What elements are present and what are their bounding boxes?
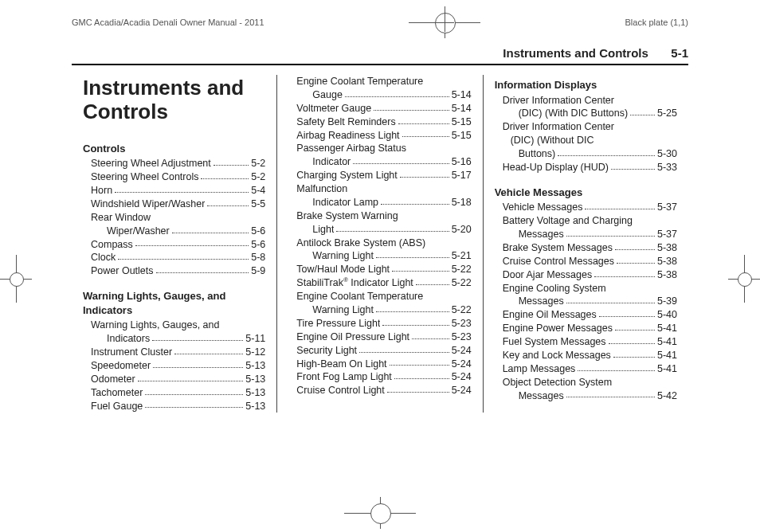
- toc-entry: Power Outlets 5-9: [83, 264, 265, 278]
- toc-leader-dots: [599, 315, 655, 317]
- toc-entry: Speedometer 5-13: [83, 359, 265, 373]
- toc-entry: Cruise Control Messages 5-38: [495, 255, 677, 268]
- toc-entry: Lamp Messages 5-41: [495, 362, 677, 376]
- toc-label: Warning Light: [312, 303, 374, 317]
- toc-page-ref: 5-24: [452, 358, 472, 371]
- toc-entry: Battery Voltage and Charging Messages 5-…: [495, 214, 677, 241]
- toc-page-ref: 5-38: [657, 268, 677, 282]
- toc-leader-dots: [566, 302, 655, 303]
- toc-leader-dots: [156, 272, 249, 273]
- toc-page-ref: 5-14: [452, 88, 472, 102]
- toc-page-ref: 5-41: [657, 362, 677, 376]
- toc-page-ref: 5-13: [245, 359, 265, 373]
- running-head-title: Instruments and Controls: [503, 46, 648, 60]
- toc-leader-dots: [611, 168, 655, 170]
- toc-label: Tire Pressure Light: [296, 317, 380, 331]
- toc-leader-dots: [115, 191, 249, 193]
- printer-header: GMC Acadia/Acadia Denali Owner Manual - …: [0, 0, 760, 41]
- toc-label: Engine Oil Messages: [503, 308, 597, 322]
- toc-entry: Compass 5-6: [83, 238, 265, 252]
- toc-label: Engine Coolant Temperature: [296, 290, 471, 303]
- toc-leader-dots: [359, 351, 449, 353]
- toc-leader-dots: [594, 276, 655, 277]
- toc-leader-dots: [400, 176, 449, 178]
- registration-mark-right: [728, 255, 760, 303]
- toc-label: Instrument Cluster: [91, 346, 172, 359]
- toc-leader-dots: [617, 262, 655, 264]
- toc-entry: Tow/Haul Mode Light 5-22: [288, 263, 471, 276]
- toc-entry: Engine Power Messages 5-41: [495, 322, 677, 335]
- toc-leader-dots: [585, 208, 655, 209]
- toc-page-ref: 5-13: [245, 373, 265, 386]
- toc-entry: Vehicle Messages 5-37: [495, 201, 677, 214]
- toc-page-ref: 5-5: [251, 198, 265, 211]
- toc-leader-dots: [152, 339, 243, 341]
- toc-page-ref: 5-22: [452, 263, 472, 276]
- toc-leader-dots: [207, 205, 249, 206]
- toc-entry: Airbag Readiness Light 5-15: [288, 129, 471, 143]
- toc-section-heading: Information Displays: [495, 78, 677, 92]
- toc-label: Cruise Control Light: [296, 384, 384, 397]
- toc-section-heading: Controls: [83, 142, 265, 156]
- toc-page-ref: 5-22: [452, 303, 472, 317]
- toc-entry: High-Beam On Light 5-24: [288, 358, 471, 371]
- toc-entry: Engine Oil Messages 5-40: [495, 308, 677, 322]
- toc-leader-dots: [172, 232, 249, 233]
- toc-leader-dots: [394, 377, 449, 379]
- toc-page-ref: 5-24: [452, 344, 472, 358]
- running-head-page: 5-1: [671, 46, 688, 60]
- toc-leader-dots: [336, 230, 449, 232]
- toc-label: Malfunction: [296, 182, 471, 196]
- toc-leader-dots: [374, 109, 449, 111]
- toc-page-ref: 5-41: [657, 349, 677, 362]
- toc-page-ref: 5-37: [657, 201, 677, 214]
- toc-entry: Cruise Control Light 5-24: [288, 384, 471, 397]
- toc-label: Tow/Haul Mode Light: [296, 263, 390, 276]
- toc-label: Indicator Lamp: [312, 196, 378, 209]
- toc-label: Fuel Gauge: [91, 400, 143, 413]
- toc-label: Speedometer: [91, 359, 151, 373]
- toc-leader-dots: [558, 155, 655, 156]
- toc-label: Door Ajar Messages: [503, 268, 593, 282]
- toc-entry: Instrument Cluster 5-12: [83, 346, 265, 359]
- toc-leader-dots: [138, 380, 244, 381]
- toc-page-ref: 5-14: [452, 102, 472, 115]
- toc-label: Brake System Messages: [503, 241, 613, 255]
- toc-leader-dots: [145, 393, 243, 395]
- toc-page-ref: 5-9: [251, 264, 265, 278]
- toc-entry: Door Ajar Messages 5-38: [495, 268, 677, 282]
- toc-page-ref: 5-15: [452, 115, 472, 129]
- toc-page-ref: 5-38: [657, 255, 677, 268]
- toc-label: Brake System Warning: [296, 209, 471, 223]
- toc-entry: Steering Wheel Adjustment 5-2: [83, 157, 265, 170]
- toc-label: Vehicle Messages: [503, 201, 583, 214]
- toc-page-ref: 5-16: [452, 155, 472, 169]
- toc-page-ref: 5-2: [251, 170, 265, 184]
- toc-entry: Voltmeter Gauge 5-14: [288, 102, 471, 115]
- toc-page-ref: 5-11: [245, 332, 265, 346]
- toc-label: Steering Wheel Adjustment: [91, 157, 211, 170]
- toc-label: (DIC) (With DIC Buttons): [519, 107, 629, 120]
- toc-leader-dots: [615, 248, 655, 250]
- toc-leader-dots: [135, 244, 249, 246]
- toc-leader-dots: [402, 135, 449, 137]
- toc-leader-dots: [345, 96, 449, 97]
- toc-label: Steering Wheel Controls: [91, 170, 198, 184]
- toc-label: Antilock Brake System (ABS): [296, 237, 471, 250]
- toc-label: Gauge: [312, 88, 343, 102]
- toc-entry: Security Light 5-24: [288, 344, 471, 358]
- toc-label: High-Beam On Light: [296, 358, 386, 371]
- toc-label: StabiliTrak® Indicator Light: [296, 276, 413, 290]
- toc-label: Engine Power Messages: [503, 322, 613, 335]
- toc-leader-dots: [382, 324, 449, 326]
- toc-entry: Malfunction Indicator Lamp 5-18: [288, 182, 471, 209]
- toc-page-ref: 5-20: [452, 223, 472, 237]
- toc-label: Charging System Light: [296, 169, 397, 182]
- toc-label: Messages: [519, 228, 564, 241]
- toc-label: Rear Window: [91, 211, 265, 225]
- toc-label: Horn: [91, 184, 112, 198]
- toc-label: Wiper/Washer: [107, 225, 170, 238]
- toc-entry: Engine Coolant Temperature Warning Light…: [288, 290, 471, 317]
- chapter-title: Instruments and Controls: [83, 76, 265, 124]
- toc-label: Power Outlets: [91, 264, 154, 278]
